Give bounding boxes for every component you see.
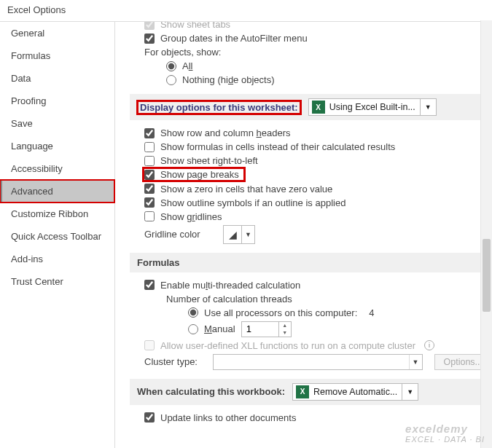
spinner-up-icon[interactable]: ▲ xyxy=(279,322,291,329)
manual-threads-spinner[interactable]: ▲▼ xyxy=(241,321,292,337)
multithread-checkbox[interactable] xyxy=(144,280,155,290)
excel-icon: X xyxy=(296,385,309,398)
worksheet-display-header: Display options for this worksheet: X Us… xyxy=(130,94,483,120)
worksheet-selector[interactable]: X Using Excel Built-in... ▼ xyxy=(308,98,437,116)
scrollbar-thumb[interactable] xyxy=(483,239,491,312)
show-formulas-checkbox[interactable] xyxy=(144,142,155,152)
gridline-color-label: Gridline color xyxy=(144,229,217,240)
sidebar-item-trust-center[interactable]: Trust Center xyxy=(0,270,114,293)
window-title: Excel Options xyxy=(0,0,492,21)
worksheet-selector-text: Using Excel Built-in... xyxy=(328,102,420,112)
calc-workbook-text: Remove Automatic... xyxy=(312,387,402,397)
show-sheet-tabs-checkbox[interactable] xyxy=(144,21,155,30)
chevron-down-icon: ▼ xyxy=(241,226,254,243)
chevron-down-icon: ▼ xyxy=(402,384,418,400)
sidebar-item-language[interactable]: Language xyxy=(0,135,114,157)
xll-cluster-label: Allow user-defined XLL functions to run … xyxy=(160,340,415,351)
page-breaks-label: Show page breaks xyxy=(160,169,239,180)
num-threads-label: Number of calculation threads xyxy=(166,294,292,304)
sidebar-item-general[interactable]: General xyxy=(0,22,114,44)
xll-cluster-checkbox xyxy=(144,340,155,350)
content-panel: Show sheet tabs Group dates in the AutoF… xyxy=(115,21,492,448)
sidebar-item-advanced[interactable]: Advanced xyxy=(0,180,114,203)
options-sidebar: General Formulas Data Proofing Save Lang… xyxy=(0,21,115,448)
objects-all-radio[interactable] xyxy=(166,61,176,71)
watermark: exceldemy EXCEL · DATA · BI xyxy=(405,423,485,444)
calc-workbook-title: When calculating this workbook: xyxy=(137,386,285,397)
manual-threads-input[interactable] xyxy=(242,322,278,337)
vertical-scrollbar[interactable] xyxy=(480,20,492,448)
calc-workbook-header: When calculating this workbook: X Remove… xyxy=(130,379,483,405)
show-sheet-tabs-label: Show sheet tabs xyxy=(160,21,230,30)
for-objects-label: For objects, show: xyxy=(144,47,222,58)
sidebar-item-save[interactable]: Save xyxy=(0,112,114,135)
all-processors-radio[interactable] xyxy=(188,307,198,318)
paint-bucket-icon: ◢ xyxy=(224,229,241,240)
manual-threads-label: Manual xyxy=(204,323,235,334)
info-icon[interactable]: i xyxy=(424,340,434,350)
manual-threads-radio[interactable] xyxy=(188,324,198,334)
group-dates-checkbox[interactable] xyxy=(144,34,155,44)
outline-symbols-label: Show outline symbols if an outline is ap… xyxy=(160,197,345,208)
row-col-headers-checkbox[interactable] xyxy=(144,128,155,138)
sheet-rtl-label: Show sheet right-to-left xyxy=(160,155,258,166)
group-dates-label: Group dates in the AutoFilter menu xyxy=(160,33,308,44)
all-processors-label: Use all processors on this computer: xyxy=(204,307,357,318)
worksheet-display-title: Display options for this worksheet: xyxy=(137,101,301,114)
row-col-headers-label: Show row and column headers xyxy=(160,127,291,138)
sidebar-item-proofing[interactable]: Proofing xyxy=(0,90,114,112)
sidebar-item-quick-access[interactable]: Quick Access Toolbar xyxy=(0,225,114,248)
chevron-down-icon: ▼ xyxy=(409,355,422,369)
multithread-label: Enable multi-threaded calculation xyxy=(160,280,300,291)
sidebar-item-addins[interactable]: Add-ins xyxy=(0,248,114,270)
excel-icon: X xyxy=(312,101,325,114)
sidebar-item-formulas[interactable]: Formulas xyxy=(0,44,114,67)
show-gridlines-checkbox[interactable] xyxy=(144,211,155,221)
show-zero-checkbox[interactable] xyxy=(144,184,155,194)
chevron-down-icon: ▼ xyxy=(420,99,436,115)
objects-all-label: All xyxy=(182,60,192,71)
update-links-label: Update links to other documents xyxy=(160,412,296,423)
page-breaks-checkbox[interactable] xyxy=(144,170,155,180)
show-zero-label: Show a zero in cells that have zero valu… xyxy=(160,184,332,194)
objects-nothing-radio[interactable] xyxy=(166,75,176,85)
gridline-color-picker[interactable]: ◢ ▼ xyxy=(223,225,255,244)
cluster-type-label: Cluster type: xyxy=(144,356,207,367)
sheet-rtl-checkbox[interactable] xyxy=(144,156,155,166)
sidebar-item-accessibility[interactable]: Accessibility xyxy=(0,157,114,180)
formulas-section-header: Formulas xyxy=(130,253,483,272)
spinner-down-icon[interactable]: ▼ xyxy=(279,329,291,337)
show-formulas-label: Show formulas in cells instead of their … xyxy=(160,141,395,152)
outline-symbols-checkbox[interactable] xyxy=(144,197,155,208)
sidebar-item-customize-ribbon[interactable]: Customize Ribbon xyxy=(0,203,114,225)
objects-nothing-label: Nothing (hide objects) xyxy=(182,74,274,85)
show-gridlines-label: Show gridlines xyxy=(160,211,222,222)
calc-workbook-selector[interactable]: X Remove Automatic... ▼ xyxy=(292,383,418,401)
processor-count: 4 xyxy=(369,307,374,318)
sidebar-item-data[interactable]: Data xyxy=(0,67,114,90)
update-links-checkbox[interactable] xyxy=(144,412,155,423)
cluster-type-select[interactable]: ▼ xyxy=(213,354,423,370)
